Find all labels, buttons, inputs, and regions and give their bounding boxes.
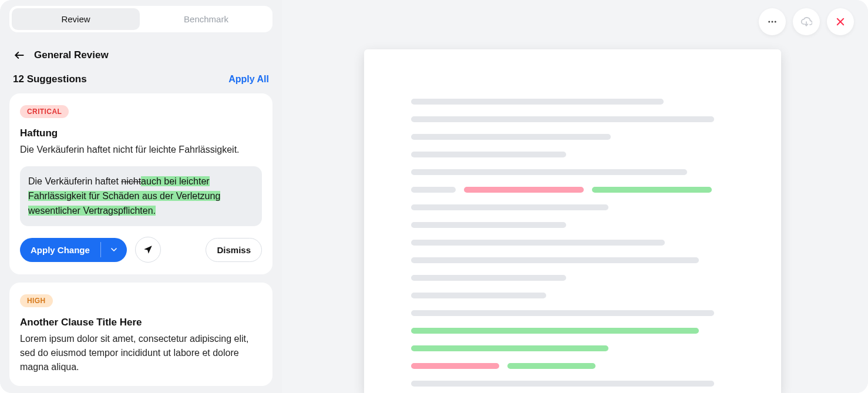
severity-badge-critical: CRITICAL <box>20 105 69 118</box>
document-line <box>411 381 734 387</box>
suggestions-list: CRITICAL Haftung Die Verkäuferin haftet … <box>9 93 272 393</box>
document-line <box>411 328 734 334</box>
diff-segment-added <box>592 187 712 193</box>
text-segment <box>411 187 456 193</box>
review-header: General Review <box>13 49 269 62</box>
text-segment <box>411 152 566 157</box>
document-line <box>411 275 734 281</box>
document-line <box>411 240 734 246</box>
diff-segment-removed <box>464 187 584 193</box>
suggestion-card: CRITICAL Haftung Die Verkäuferin haftet … <box>9 93 272 274</box>
download-button[interactable] <box>793 8 820 35</box>
tab-benchmark[interactable]: Benchmark <box>142 8 270 30</box>
chevron-down-icon[interactable] <box>101 245 127 254</box>
top-actions <box>759 8 854 35</box>
document-line <box>411 363 734 369</box>
text-segment <box>411 134 611 140</box>
svg-point-3 <box>775 21 776 23</box>
document-line <box>411 99 734 105</box>
sidebar: Review Benchmark General Review 12 Sugge… <box>0 0 282 393</box>
document-line <box>411 152 734 157</box>
document-line <box>411 187 734 193</box>
apply-change-button[interactable]: Apply Change <box>20 238 127 262</box>
close-button[interactable] <box>827 8 854 35</box>
card-actions: Apply Change Dismiss <box>20 237 262 263</box>
apply-change-label: Apply Change <box>20 238 100 262</box>
text-segment <box>411 99 664 105</box>
svg-point-2 <box>772 21 773 23</box>
document-line <box>411 293 734 298</box>
suggestions-count: 12 Suggestions <box>13 73 87 85</box>
document-line <box>411 222 734 228</box>
diff-segment-added <box>411 345 608 351</box>
text-segment <box>411 116 714 122</box>
card-original-text: Lorem ipsum dolor sit amet, consectetur … <box>20 332 262 374</box>
document-line <box>411 204 734 210</box>
apply-all-button[interactable]: Apply All <box>228 74 269 85</box>
document-line <box>411 116 734 122</box>
diff-segment-added <box>411 328 699 334</box>
severity-badge-high: HIGH <box>20 294 53 307</box>
diff-segment-removed <box>411 363 499 369</box>
document-line <box>411 310 734 316</box>
diff-segment-added <box>507 363 596 369</box>
svg-point-1 <box>768 21 770 23</box>
tab-bar: Review Benchmark <box>9 6 272 32</box>
more-button[interactable] <box>759 8 786 35</box>
tab-review[interactable]: Review <box>12 8 140 30</box>
document-preview <box>364 49 781 393</box>
text-segment <box>411 204 608 210</box>
text-segment <box>411 240 665 246</box>
suggestions-row: 12 Suggestions Apply All <box>13 73 269 85</box>
locate-button[interactable] <box>135 237 161 263</box>
document-line <box>411 345 734 351</box>
app-root: Review Benchmark General Review 12 Sugge… <box>0 0 868 393</box>
text-segment <box>411 275 566 281</box>
text-segment <box>411 169 687 175</box>
diff-unchanged: Die Verkäuferin haftet <box>28 176 121 186</box>
card-original-text: Die Verkäuferin haftet nicht für leichte… <box>20 143 262 157</box>
card-title: Another Clause Title Here <box>20 317 262 328</box>
document-line <box>411 134 734 140</box>
text-segment <box>411 222 566 228</box>
document-line <box>411 169 734 175</box>
review-title: General Review <box>34 49 109 61</box>
dismiss-button[interactable]: Dismiss <box>206 238 262 262</box>
document-line <box>411 257 734 263</box>
back-arrow-icon[interactable] <box>13 49 26 62</box>
text-segment <box>411 293 546 298</box>
text-segment <box>411 381 714 387</box>
suggestion-card: HIGH Another Clause Title Here Lorem ips… <box>9 283 272 386</box>
main-area <box>282 0 868 393</box>
text-segment <box>411 310 714 316</box>
text-segment <box>411 257 699 263</box>
card-diff: Die Verkäuferin haftet nichtauch bei lei… <box>20 166 262 226</box>
diff-removed: nicht <box>121 176 141 186</box>
card-title: Haftung <box>20 127 262 139</box>
